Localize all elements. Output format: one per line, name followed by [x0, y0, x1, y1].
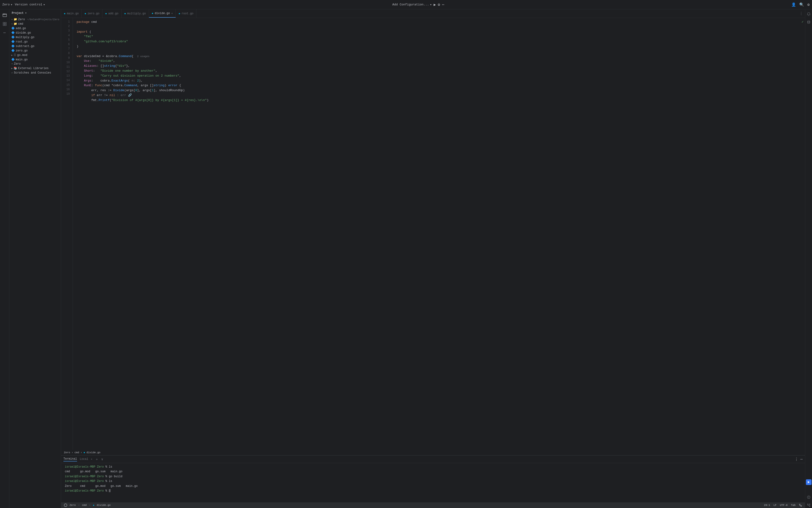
run-button[interactable]: ▶	[434, 2, 436, 7]
add-config-chevron-icon: ▾	[430, 3, 432, 7]
tree-item-divide-go[interactable]: 🔷 divide.go	[9, 31, 61, 35]
svg-point-17	[809, 504, 810, 505]
sidebar-modules-icon[interactable]	[1, 20, 8, 28]
git-icon[interactable]	[806, 502, 812, 508]
tabs-more-icon[interactable]: ⋮	[799, 11, 803, 16]
profile-icon[interactable]: 👤	[791, 2, 796, 7]
status-position[interactable]: 28:1	[764, 504, 770, 507]
scratches-icon: ✍	[11, 71, 13, 75]
go-file-icon: ◆	[124, 12, 126, 15]
chevron-down-icon: ▾	[11, 23, 13, 26]
tree-item-multiply-go[interactable]: 🔷 multiply.go	[9, 35, 61, 39]
search-icon[interactable]: 🔍	[799, 2, 804, 7]
tab-terminal[interactable]: Terminal	[63, 457, 77, 462]
svg-point-16	[809, 506, 810, 507]
project-label: Project	[12, 11, 24, 15]
tab-divide-go[interactable]: ◆ divide.go ✕	[149, 9, 176, 17]
tab-main-go[interactable]: ◆ main.go	[61, 9, 82, 17]
terminal-options-icon[interactable]: ⋮	[795, 457, 798, 462]
terminal-line: israel@Israels-MBP Zero % ls	[65, 465, 801, 469]
code-line-5: "github.com/spf13/cobra"	[77, 39, 797, 44]
tree-file-label: multiply.go	[16, 36, 34, 39]
tree-item-zero-binary[interactable]: ▫ Zero	[9, 62, 61, 66]
code-line-14: RunE: func(cmd *cobra.Command, args []st…	[77, 83, 797, 88]
run-services-icon[interactable]	[806, 479, 812, 485]
code-line-12: Long: "Carry out division operation on 2…	[77, 74, 797, 79]
svg-point-10	[808, 21, 810, 22]
status-line-ending[interactable]: LF	[773, 504, 776, 507]
tree-item-subtract-go[interactable]: 🔷 subtract.go	[9, 44, 61, 48]
tab-zero-go[interactable]: ◆ zero.go	[82, 9, 102, 17]
project-name: Zero	[2, 3, 10, 6]
status-cmd-label[interactable]: cmd	[82, 504, 87, 507]
code-content[interactable]: package cmd import ( "fmt" "github.com/s…	[73, 18, 800, 450]
tree-item-go-mod[interactable]: ▶ ☰ go.mod	[9, 53, 61, 57]
terminal-line: Zero cmd go.mod go.sum main.go	[65, 484, 801, 489]
bottom-panel: Terminal Local ✕ ＋ ∨ ⋮ — israel@Israels-…	[61, 455, 805, 502]
code-editor: 1 2 3 4 5 6 7 8 9 10 11 12 13 14	[61, 18, 800, 450]
tree-file-label: main.go	[16, 58, 28, 61]
right-sidebar-icons	[805, 9, 812, 508]
tree-scratches-label: Scratches and Consoles	[14, 71, 51, 75]
version-control-selector[interactable]: Version control ▾	[15, 3, 45, 7]
breadcrumb: Zero › cmd › ◆ divide.go	[61, 450, 805, 455]
svg-point-5	[64, 504, 67, 507]
code-line-7	[77, 49, 797, 54]
breadcrumb-separator: ›	[81, 451, 82, 454]
code-line-3: import (	[77, 30, 797, 35]
tree-item-add-go[interactable]: 🔷 add.go	[9, 26, 61, 31]
tabs-bar: ◆ main.go ◆ zero.go ◆ add.go ◆ multiply.…	[61, 9, 805, 18]
close-icon[interactable]: ✕	[91, 458, 92, 461]
top-bar-right: 👤 🔍 ⚙	[791, 2, 810, 7]
go-file-icon: ◆	[83, 451, 85, 454]
tab-label: add.go	[108, 12, 118, 15]
line-numbers: 1 2 3 4 5 6 7 8 9 10 11 12 13 14	[61, 18, 73, 450]
terminal-minimize-icon[interactable]: —	[800, 457, 803, 462]
go-file-icon: 🔷	[11, 31, 15, 35]
add-configuration-button[interactable]: Add Configuration... ▾	[392, 3, 432, 7]
problems-icon[interactable]	[806, 494, 812, 500]
add-terminal-button[interactable]: ＋	[95, 457, 98, 462]
version-control-label: Version control	[15, 3, 42, 6]
status-encoding[interactable]: UTF-8	[780, 504, 787, 507]
tree-file-label: subtract.go	[16, 45, 34, 48]
tree-item-scratches[interactable]: ✍ Scratches and Consoles	[9, 71, 61, 75]
tree-item-main-go[interactable]: 🔷 main.go	[9, 57, 61, 62]
main-layout: ⋯ Project ▾ ▾ 📁 Zero ~/GolandProjects/Ze…	[0, 9, 812, 508]
terminal-content[interactable]: israel@Israels-MBP Zero % ls cmd go.mod …	[61, 463, 805, 502]
notifications-icon[interactable]	[806, 11, 812, 17]
tree-file-label: Zero	[14, 62, 21, 66]
settings-icon[interactable]: ⚙	[807, 2, 810, 7]
code-line-15: err, res := Divide(args[0], args[1], sho…	[77, 88, 797, 93]
code-line-2	[77, 25, 797, 30]
debug-button[interactable]: ⚙	[438, 2, 440, 7]
terminal-more-icon[interactable]: ∨	[101, 457, 103, 461]
project-selector[interactable]: Zero ▾	[2, 3, 12, 7]
tab-add-go[interactable]: ◆ add.go	[102, 9, 122, 17]
add-config-label: Add Configuration...	[392, 3, 429, 6]
go-file-icon: 🔷	[11, 58, 15, 61]
code-line-16: if err != nil : err 🔗	[77, 93, 797, 98]
project-header[interactable]: Project ▾	[9, 9, 61, 17]
checkmark-icon: ✓	[802, 20, 804, 24]
tree-item-zero-root[interactable]: ▾ 📁 Zero ~/GolandProjects/Zero	[9, 17, 61, 22]
tree-item-root-go[interactable]: 🔷 root.go	[9, 39, 61, 44]
tree-file-label: root.go	[16, 40, 28, 43]
tab-multiply-go[interactable]: ◆ multiply.go	[122, 9, 149, 17]
tab-root-go[interactable]: ◆ root.go	[176, 9, 197, 17]
svg-point-14	[809, 498, 809, 498]
tree-item-external-libraries[interactable]: ▶ 📚 External Libraries	[9, 66, 61, 71]
project-header-chevron: ▾	[25, 11, 27, 15]
tree-item-zero-go[interactable]: 🔷 zero.go	[9, 48, 61, 53]
tab-local[interactable]: Local ✕	[80, 458, 92, 461]
sidebar-more-icon[interactable]: ⋯	[1, 29, 8, 37]
database-icon[interactable]	[806, 19, 812, 25]
status-file-label[interactable]: divide.go	[96, 504, 111, 507]
svg-point-7	[801, 505, 802, 506]
tree-item-cmd[interactable]: ▾ 📁 cmd	[9, 22, 61, 26]
status-zero-label[interactable]: Zero	[70, 504, 76, 507]
status-indent[interactable]: Tab	[791, 504, 796, 507]
sidebar-folder-icon[interactable]	[1, 11, 8, 19]
more-options-button[interactable]: ⋯	[442, 2, 444, 7]
close-icon[interactable]: ✕	[171, 12, 173, 15]
